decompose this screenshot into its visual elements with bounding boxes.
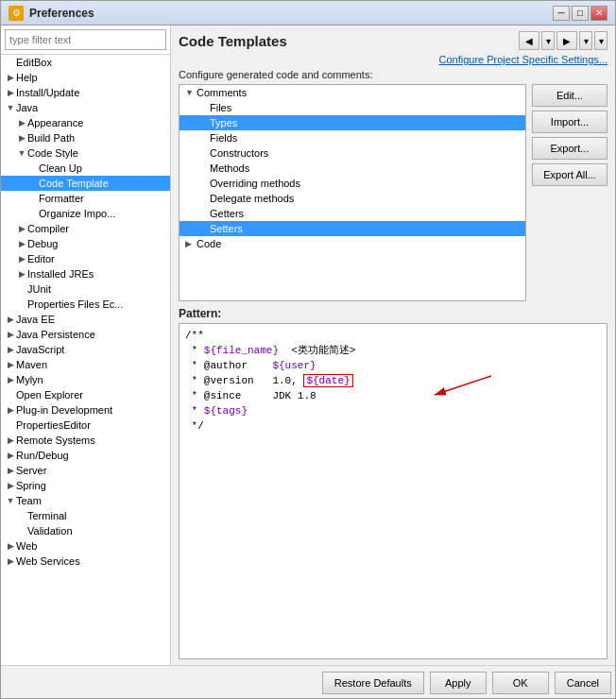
export-button[interactable]: Export...	[532, 137, 607, 160]
expand-icon: ▶	[5, 451, 16, 460]
tree-item-spring[interactable]: ▶ Spring	[1, 478, 170, 493]
tree-label: Spring	[16, 480, 46, 491]
tree-item-mylyn[interactable]: ▶ Mylyn	[1, 372, 170, 387]
preferences-window: ⚙ Preferences ─ □ ✕ EditBox ▶ Help	[0, 0, 616, 699]
ok-button[interactable]: OK	[492, 672, 549, 694]
tree-item-editbox[interactable]: EditBox	[1, 55, 170, 70]
expand-icon: ▼	[16, 148, 27, 158]
tmpl-item-delegate[interactable]: Delegate methods	[180, 191, 525, 206]
title-bar-left: ⚙ Preferences	[9, 6, 94, 21]
tree-item-organizeimpo[interactable]: Organize Impo...	[1, 206, 170, 221]
window-controls: ─ □ ✕	[553, 6, 607, 21]
nav-menu-dropdown[interactable]: ▾	[594, 31, 607, 50]
tmpl-label: Overriding methods	[210, 178, 300, 189]
tmpl-item-methods[interactable]: Methods	[180, 161, 525, 176]
tree-item-codetemplate[interactable]: Code Template	[1, 176, 170, 191]
title-bar: ⚙ Preferences ─ □ ✕	[1, 1, 615, 26]
template-tree: ▼ Comments Files Types Fields	[179, 84, 526, 301]
tree-label: Web Services	[16, 555, 80, 567]
tree-label: Team	[16, 495, 42, 506]
tree-label: Java EE	[16, 314, 55, 325]
tree-item-validation[interactable]: Validation	[1, 523, 170, 538]
pattern-area[interactable]: /** * ${file_name} <类功能简述> * @author ${u…	[179, 323, 607, 659]
import-button[interactable]: Import...	[532, 111, 607, 133]
tree-label: Compiler	[27, 223, 69, 234]
code-line-1: /**	[185, 328, 601, 343]
nav-back-button[interactable]: ◀	[519, 31, 539, 50]
tmpl-label: Setters	[210, 223, 243, 234]
tmpl-item-overriding[interactable]: Overriding methods	[180, 176, 525, 191]
tree-item-buildpath[interactable]: ▶ Build Path	[1, 130, 170, 145]
tree-label: Properties Files Ec...	[27, 298, 123, 310]
configure-link[interactable]: Configure Project Specific Settings...	[179, 54, 607, 65]
cancel-button[interactable]: Cancel	[555, 672, 611, 694]
tmpl-item-getters[interactable]: Getters	[180, 206, 525, 221]
edit-button[interactable]: Edit...	[532, 84, 607, 107]
code-line-6: * ${tags}	[185, 403, 601, 418]
tmpl-label: Getters	[210, 208, 244, 219]
tree-item-help[interactable]: ▶ Help	[1, 70, 170, 85]
tree-item-javaee[interactable]: ▶ Java EE	[1, 312, 170, 327]
tree-item-web[interactable]: ▶ Web	[1, 538, 170, 554]
tree-item-terminal[interactable]: Terminal	[1, 508, 170, 523]
tmpl-item-comments[interactable]: ▼ Comments	[180, 85, 525, 100]
tree-label: Mylyn	[16, 374, 43, 385]
tree-item-webservices[interactable]: ▶ Web Services	[1, 554, 170, 569]
expand-icon: ▶	[5, 345, 16, 354]
tree-item-openexplorer[interactable]: Open Explorer	[1, 387, 170, 402]
tree-item-propeditor[interactable]: PropertiesEditor	[1, 418, 170, 433]
tmpl-item-code[interactable]: ▶ Code	[180, 236, 525, 251]
tree-item-debug[interactable]: ▶ Debug	[1, 236, 170, 251]
tree-label: Maven	[16, 359, 47, 370]
tree-label: Remote Systems	[16, 435, 95, 446]
tmpl-item-setters[interactable]: Setters	[180, 221, 525, 236]
restore-defaults-button[interactable]: Restore Defaults	[322, 672, 424, 694]
right-panel: Code Templates ◀ ▾ ▶ ▾ ▾ Configure Proje…	[171, 26, 615, 665]
expand-icon: ▼	[185, 88, 197, 97]
configure-desc: Configure generated code and comments:	[179, 69, 607, 80]
nav-forward-dropdown[interactable]: ▾	[579, 31, 592, 50]
tree-item-javascript[interactable]: ▶ JavaScript	[1, 342, 170, 357]
tree-item-appearance[interactable]: ▶ Appearance	[1, 115, 170, 130]
tree-item-editor[interactable]: ▶ Editor	[1, 251, 170, 266]
tmpl-item-types[interactable]: Types	[180, 115, 525, 130]
tree-item-compiler[interactable]: ▶ Compiler	[1, 221, 170, 236]
export-all-button[interactable]: Export All...	[532, 163, 607, 186]
tree-item-install[interactable]: ▶ Install/Update	[1, 85, 170, 100]
tree-item-remotesystems[interactable]: ▶ Remote Systems	[1, 433, 170, 448]
minimize-button[interactable]: ─	[553, 6, 570, 21]
code-line-2: * ${file_name} <类功能简述>	[185, 343, 601, 358]
tree-item-formatter[interactable]: Formatter	[1, 191, 170, 206]
tree-item-junit[interactable]: JUnit	[1, 281, 170, 297]
nav-back-dropdown[interactable]: ▾	[541, 31, 555, 50]
nav-forward-button[interactable]: ▶	[556, 31, 577, 50]
filter-input[interactable]	[5, 29, 166, 50]
apply-button[interactable]: Apply	[430, 672, 487, 694]
expand-icon: ▶	[16, 133, 27, 143]
tmpl-item-constructors[interactable]: Constructors	[180, 145, 525, 161]
tree-item-java[interactable]: ▼ Java	[1, 100, 170, 115]
action-buttons: Edit... Import... Export... Export All..…	[532, 84, 607, 301]
expand-icon: ▶	[5, 360, 16, 369]
tmpl-item-files[interactable]: Files	[180, 100, 525, 115]
tree-item-rundebug[interactable]: ▶ Run/Debug	[1, 448, 170, 463]
tree-label: Debug	[27, 238, 58, 249]
arrow-annotation	[425, 371, 501, 404]
tmpl-item-fields[interactable]: Fields	[180, 130, 525, 145]
left-panel: EditBox ▶ Help ▶ Install/Update ▼ Java ▶…	[1, 26, 171, 665]
tree-item-javapersistence[interactable]: ▶ Java Persistence	[1, 327, 170, 342]
tree-item-propfiles[interactable]: Properties Files Ec...	[1, 297, 170, 312]
tree-item-server[interactable]: ▶ Server	[1, 463, 170, 478]
expand-icon: ▶	[185, 239, 197, 248]
tree-item-cleanup[interactable]: Clean Up	[1, 161, 170, 176]
tree-item-maven[interactable]: ▶ Maven	[1, 357, 170, 372]
tree-item-plugindev[interactable]: ▶ Plug-in Development	[1, 402, 170, 418]
tree-item-codestyle[interactable]: ▼ Code Style	[1, 145, 170, 161]
maximize-button[interactable]: □	[572, 6, 589, 21]
close-button[interactable]: ✕	[590, 6, 607, 21]
var-date-highlighted: ${date}	[303, 374, 352, 387]
tree-label: EditBox	[16, 57, 52, 68]
var-filename: ${file_name}	[204, 345, 279, 356]
tree-item-team[interactable]: ▼ Team	[1, 493, 170, 508]
tree-item-installedjres[interactable]: ▶ Installed JREs	[1, 266, 170, 281]
